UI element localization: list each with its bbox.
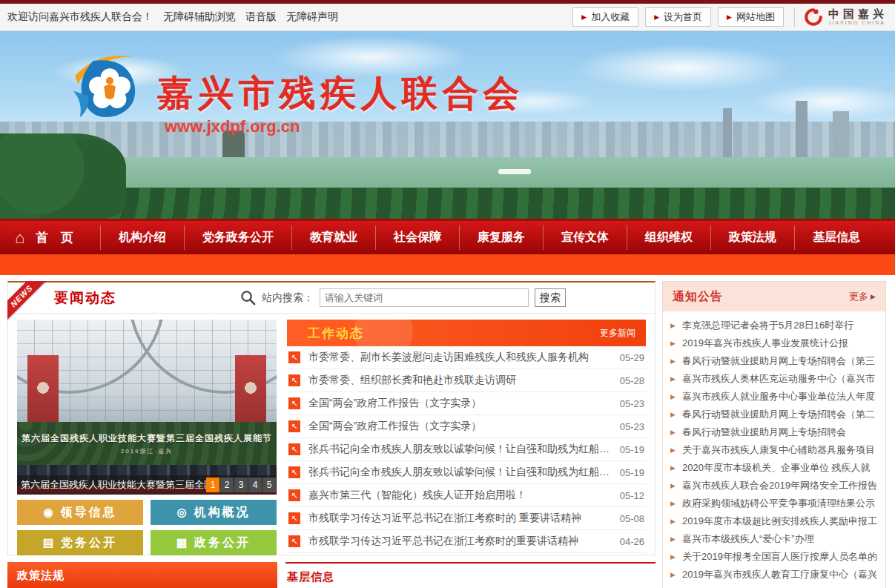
nav-item[interactable]: 党务政务公开	[184, 225, 291, 250]
search-input[interactable]	[320, 288, 529, 307]
nav-item[interactable]: 基层信息	[794, 225, 878, 250]
sitemap-button[interactable]: ▶ 网站地图	[718, 7, 784, 27]
work-news-item-title[interactable]: 市委常委、副市长姜波慰问走访困难残疾人和残疾人服务机构	[308, 351, 612, 364]
carousel-page-button[interactable]: 2	[220, 478, 234, 492]
site-url[interactable]: www.jxdpf.org.cn	[165, 117, 300, 136]
work-news-item[interactable]: ↖ 市委常委、副市长姜波慰问走访困难残疾人和残疾人服务机构 05-29	[287, 346, 646, 369]
policy-section-title[interactable]: 政策法规	[7, 562, 277, 588]
nav-item[interactable]: 机构介绍	[100, 225, 184, 250]
notice-item-title[interactable]: 2019年嘉兴市残疾人事业发展统计公报	[682, 337, 848, 350]
work-news-item[interactable]: ↖ 全国“两会”政府工作报告（文字实录） 05-23	[287, 392, 646, 415]
work-news-item-date: 04-26	[620, 536, 644, 547]
search-icon[interactable]	[240, 290, 256, 305]
work-news-item[interactable]: ↖ 嘉兴市第三代（智能化）残疾人证开始启用啦！ 05-12	[287, 484, 646, 507]
triangle-bullet-icon: ▶	[670, 500, 677, 507]
notice-item[interactable]: ▶ 关于嘉兴市残疾人康复中心辅助器具服务项目	[670, 441, 878, 459]
work-news-item-title[interactable]: 嘉兴市第三代（智能化）残疾人证开始启用啦！	[308, 489, 612, 502]
nav-item[interactable]: 组织维权	[627, 225, 710, 250]
search-button[interactable]: 搜索	[535, 288, 566, 307]
notice-item-title[interactable]: 关于嘉兴市残疾人康复中心辅助器具服务项目	[682, 443, 875, 457]
notice-item-title[interactable]: 2019年度市本级超比例安排残疾人奖励申报工	[682, 515, 877, 528]
notice-item-title[interactable]: 政府采购领域妨碍公平竞争事项清理结果公示	[682, 497, 875, 510]
jiaxing-swoosh-icon	[804, 7, 823, 27]
work-news-item-date: 05-19	[620, 444, 644, 455]
work-news-item-title[interactable]: 全国“两会”政府工作报告（文字实录）	[308, 420, 612, 433]
carousel-page-button[interactable]: 5	[262, 478, 276, 492]
work-news-item[interactable]: ↖ 市残联学习传达习近平总书记在浙江考察时的重要讲话精神 04-26	[287, 530, 646, 553]
notice-item-title[interactable]: 李克强总理记者会将于5月28日16时举行	[682, 319, 853, 332]
work-news-item-title[interactable]: 全国“两会”政府工作报告（文字实录）	[308, 397, 612, 410]
notice-item-title[interactable]: 关于2019年报考全国盲人医疗按摩人员名单的	[682, 550, 877, 564]
notice-item[interactable]: ▶ 李克强总理记者会将于5月28日16时举行	[670, 317, 878, 334]
triangle-bullet-icon: ▶	[670, 553, 677, 561]
triangle-bullet-icon: ▶	[670, 375, 677, 383]
skyscraper	[723, 108, 732, 157]
notice-item-title[interactable]: 2019年嘉兴市残疾人教育工疗康复中心（嘉兴	[682, 568, 877, 581]
nav-item[interactable]: 政策法规	[710, 225, 794, 250]
notice-item-title[interactable]: 2020年度市本级机关、企事业单位 残疾人就	[682, 461, 871, 475]
quick-link-button[interactable]: ▦ 政务公开	[151, 530, 277, 555]
work-news-item[interactable]: ↖ 市委常委、组织部长龚和艳赴市残联走访调研 05-28	[287, 369, 646, 392]
accessibility-browse-link[interactable]: 无障碍辅助浏览	[163, 10, 236, 24]
notice-item[interactable]: ▶ 2019年度市本级超比例安排残疾人奖励申报工	[670, 512, 878, 530]
notice-item[interactable]: ▶ 嘉兴市本级残疾人“爱心卡”办理	[670, 530, 878, 548]
notice-item[interactable]: ▶ 2020年度市本级机关、企事业单位 残疾人就	[670, 459, 878, 477]
triangle-icon: ▶	[654, 13, 659, 21]
carousel-image[interactable]: 第六届全国残疾人职业技能大赛暨第三届全国残疾人展能节 2019浙江·嘉兴 第六届…	[17, 320, 277, 495]
work-news-item-title[interactable]: 市残联学习传达习近平总书记在浙江考察时的重要讲话精神	[308, 535, 612, 548]
quick-link-button[interactable]: ▤ 党务公开	[17, 530, 143, 555]
main-content: NEWS 要闻动态 站内搜索： 搜索	[0, 275, 895, 588]
quick-link-button[interactable]: ◎ 机构概况	[151, 500, 277, 525]
notice-item[interactable]: ▶ 春风行动暨就业援助月网上专场招聘会（第三	[670, 352, 878, 370]
accessibility-statement-link[interactable]: 无障碍声明	[286, 10, 338, 24]
notice-item[interactable]: ▶ 嘉兴市残疾人联合会2019年网络安全工作报告	[670, 477, 878, 495]
grassroots-section-title[interactable]: 基层信息	[287, 570, 654, 584]
voice-version-link[interactable]: 语音版	[245, 10, 277, 24]
work-news-item-title[interactable]: 张兵书记向全市残疾人朋友致以诚挚问候！让自强和助残为红船起航	[308, 443, 612, 456]
work-news-item[interactable]: ↖ 全国“两会”政府工作报告（文字实录） 05-23	[287, 415, 646, 438]
notice-item-title[interactable]: 嘉兴市残疾人奥林匹克运动服务中心（嘉兴市	[682, 372, 875, 386]
notice-item-title[interactable]: 春风行动暨就业援助月网上专场招聘会	[682, 426, 846, 439]
carousel-page-button[interactable]: 1	[206, 478, 219, 492]
work-news-item-title[interactable]: 张兵书记向全市残疾人朋友致以诚挚问候！让自强和助残为红船起航	[308, 466, 612, 479]
notice-item[interactable]: ▶ 2019年嘉兴市残疾人事业发展统计公报	[670, 334, 878, 352]
quick-link-button[interactable]: ◉ 领导信息	[17, 500, 143, 525]
notice-item[interactable]: ▶ 关于2019年报考全国盲人医疗按摩人员名单的	[670, 548, 878, 566]
nav-item-home[interactable]: ⌂ 首 页	[9, 229, 100, 246]
set-homepage-button[interactable]: ▶ 设为首页	[645, 7, 711, 27]
notice-item[interactable]: ▶ 政府采购领域妨碍公平竞争事项清理结果公示	[670, 495, 878, 512]
notice-more-link[interactable]: 更多 ▶	[849, 290, 876, 303]
notice-item-title[interactable]: 春风行动暨就业援助月网上专场招聘会（第二	[682, 408, 875, 421]
more-news-link[interactable]: 更多新闻	[600, 327, 635, 340]
notice-item-title[interactable]: 嘉兴市本级残疾人“爱心卡”办理	[682, 532, 814, 546]
notice-item-title[interactable]: 嘉兴市残疾人联合会2019年网络安全工作报告	[682, 479, 877, 492]
arrow-up-left-icon: ↖	[288, 535, 300, 547]
carousel-page-button[interactable]: 4	[248, 478, 262, 492]
notice-item-title[interactable]: 春风行动暨就业援助月网上专场招聘会（第三	[682, 354, 875, 368]
work-news-item[interactable]: ↖ 张兵书记向全市残疾人朋友致以诚挚问候！让自强和助残为红船起航 05-19	[287, 461, 646, 484]
work-news-title: 工作动态	[308, 325, 364, 342]
work-news-item[interactable]: ↖ 张兵书记向全市残疾人朋友致以诚挚问候！让自强和助残为红船起航 05-19	[287, 438, 646, 461]
work-news-item-title[interactable]: 市委常委、组织部长龚和艳赴市残联走访调研	[308, 374, 612, 387]
nav-item[interactable]: 教育就业	[291, 225, 375, 250]
home-icon: ⌂	[15, 230, 29, 246]
china-jiaxing-logo[interactable]: 中国嘉兴 JIAXING CHINA	[794, 7, 888, 27]
add-favorite-button[interactable]: ▶ 加入收藏	[572, 7, 638, 27]
nav-item[interactable]: 宣传文体	[543, 225, 627, 250]
notice-item[interactable]: ▶ 嘉兴市残疾人就业服务中心事业单位法人年度	[670, 388, 878, 406]
photo-red-pillar	[235, 355, 266, 423]
carousel-caption[interactable]: 第六届全国残疾人职业技能大赛暨第三届全国	[17, 478, 206, 492]
notice-item[interactable]: ▶ 嘉兴市残疾人奥林匹克运动服务中心（嘉兴市	[670, 370, 878, 388]
work-news-item[interactable]: ↖ 市残联学习传达习近平总书记在浙江考察时的 重要讲话精神 05-08	[287, 507, 646, 530]
quick-link-label: 机构概况	[194, 505, 251, 521]
carousel-page-button[interactable]: 3	[234, 478, 248, 492]
notice-item-title[interactable]: 嘉兴市残疾人就业服务中心事业单位法人年度	[682, 390, 875, 403]
notice-item[interactable]: ▶ 春风行动暨就业援助月网上专场招聘会	[670, 423, 878, 441]
notice-item[interactable]: ▶ 2019年嘉兴市残疾人教育工疗康复中心（嘉兴	[670, 566, 878, 584]
notice-item[interactable]: ▶ 春风行动暨就业援助月网上专场招聘会（第二	[670, 406, 878, 423]
triangle-icon: ▶	[727, 13, 732, 21]
nav-item[interactable]: 社会保障	[375, 225, 459, 250]
work-news-item-title[interactable]: 市残联学习传达习近平总书记在浙江考察时的 重要讲话精神	[308, 512, 612, 525]
site-banner: 嘉兴市残疾人联合会 www.jxdpf.org.cn	[0, 31, 895, 219]
nav-item[interactable]: 康复服务	[459, 225, 543, 250]
